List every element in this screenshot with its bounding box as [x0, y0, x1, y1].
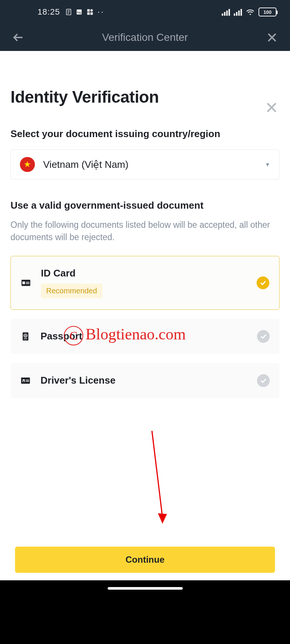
page-title: Identity Verification — [11, 88, 279, 106]
close-icon — [265, 101, 278, 114]
document-option-passport[interactable]: Passport — [11, 319, 279, 354]
status-notification-icons: Pay ·· — [65, 7, 104, 17]
document-option-title: ID Card — [41, 267, 247, 279]
svg-rect-23 — [24, 338, 27, 339]
svg-point-25 — [23, 381, 24, 382]
recommended-badge: Recommended — [41, 284, 102, 298]
more-icon: ·· — [98, 7, 104, 17]
svg-line-29 — [152, 431, 162, 517]
chevron-down-icon: ▼ — [265, 161, 270, 167]
status-right: 100 — [222, 7, 276, 16]
svg-rect-18 — [26, 283, 29, 284]
svg-rect-17 — [26, 282, 29, 282]
country-name: Vietnam (Việt Nam) — [43, 159, 128, 170]
signal-icon-2 — [234, 8, 242, 16]
status-time: 18:25 — [38, 7, 60, 17]
pay-icon: Pay — [76, 9, 83, 15]
check-unselected-icon — [257, 374, 270, 387]
home-indicator[interactable] — [108, 587, 183, 590]
document-option-title: Driver's License — [41, 375, 247, 386]
arrow-left-icon — [12, 31, 24, 43]
country-select[interactable]: ★ Vietnam (Việt Nam) ▼ — [11, 149, 279, 179]
document-option-id-card[interactable]: ID Card Recommended — [11, 256, 279, 310]
header-close-button[interactable] — [264, 30, 279, 45]
grid-icon — [86, 8, 94, 16]
passport-icon — [20, 331, 31, 342]
document-option-title: Passport — [41, 330, 247, 342]
app-header: Verification Center — [0, 24, 290, 51]
svg-point-7 — [90, 9, 93, 12]
signal-icon — [222, 8, 230, 16]
battery-icon: 100 — [258, 7, 276, 16]
svg-point-26 — [24, 381, 25, 382]
check-selected-icon — [257, 276, 269, 289]
svg-rect-27 — [26, 380, 29, 380]
modal-close-button[interactable] — [265, 101, 278, 116]
receipt-icon — [65, 9, 72, 15]
android-nav-bar — [0, 580, 290, 644]
svg-rect-16 — [23, 281, 25, 284]
drivers-license-icon — [20, 375, 31, 386]
document-heading: Use a valid government-issued document — [11, 200, 279, 211]
id-card-icon — [21, 278, 31, 288]
header-title: Verification Center — [26, 31, 264, 43]
country-section-label: Select your document issuing country/reg… — [11, 128, 279, 140]
content: Identity Verification Select your docume… — [0, 88, 290, 398]
battery-level: 100 — [263, 9, 272, 15]
svg-rect-6 — [87, 9, 90, 12]
flag-vietnam-icon: ★ — [20, 157, 35, 172]
continue-button[interactable]: Continue — [15, 547, 275, 573]
svg-rect-28 — [26, 381, 29, 382]
svg-rect-8 — [87, 12, 90, 15]
svg-marker-30 — [158, 513, 167, 524]
document-option-drivers-license[interactable]: Driver's License — [11, 363, 279, 398]
svg-rect-24 — [21, 378, 30, 384]
svg-text:Pay: Pay — [77, 11, 81, 14]
android-status-bar: 18:25 Pay ·· 100 — [0, 0, 290, 24]
svg-rect-9 — [90, 12, 93, 15]
close-icon — [266, 32, 278, 43]
back-button[interactable] — [11, 30, 26, 45]
check-unselected-icon — [257, 330, 270, 343]
annotation-arrow-icon — [148, 431, 171, 528]
wifi-icon — [246, 7, 255, 16]
document-subtext: Only the following documents listed belo… — [11, 219, 279, 244]
status-left: 18:25 Pay ·· — [38, 7, 104, 17]
